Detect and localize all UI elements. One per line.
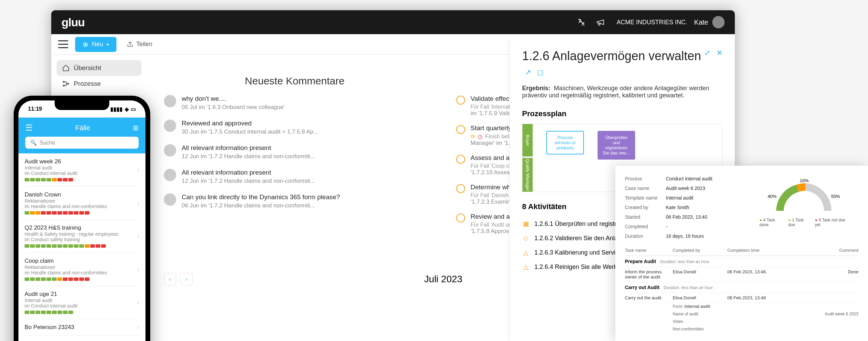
open-icon[interactable]: ↗ [525, 68, 531, 77]
share-label: Teilen [136, 41, 152, 48]
comment-avatar [164, 169, 176, 181]
case-subtitle: Internal audit [25, 165, 139, 170]
home-icon [62, 64, 70, 72]
case-list: Audit week 26 Internal audit im Conduct … [18, 153, 145, 336]
case-subtitle: Reklamationer [25, 264, 139, 270]
task-checkbox[interactable] [456, 155, 465, 164]
translate-icon[interactable] [574, 15, 588, 29]
svg-point-2 [68, 83, 69, 84]
comment-title: Can you link directly to the Dynamics 36… [182, 193, 340, 201]
detail-title: 1.2.6 Anlagevermögen verwalten ↗ ◻ [522, 49, 704, 78]
next-month-button[interactable]: › [180, 273, 193, 285]
avatar[interactable] [712, 16, 725, 28]
processplan-heading: Prozessplan [522, 109, 723, 118]
activity-icon: △ [522, 263, 530, 271]
plan-node-check[interactable]: Überprüfen und registrieren Sie das neu.… [598, 131, 635, 160]
case-title: Danish Crown [25, 191, 139, 198]
case-subtitle: im Conduct internal audit [25, 170, 139, 176]
chevron-down-icon: ▾ [107, 42, 109, 47]
case-item[interactable]: Audit week 26 Internal audit im Conduct … [25, 153, 139, 187]
expand-icon[interactable]: ⤢ [704, 49, 710, 57]
new-button[interactable]: ⊕ Neu ▾ [75, 37, 116, 52]
topbar: gluu ACME INDUSTRIES INC. Kate [51, 10, 735, 34]
close-icon[interactable]: ✕ [716, 49, 723, 57]
new-button-label: Neu [92, 41, 103, 48]
case-item[interactable]: Audit uge 21 Internal audit im Conduct i… [25, 286, 139, 319]
comment-avatar [164, 144, 176, 156]
progress-bar [25, 277, 139, 281]
comments-heading: Neueste Kommentare [164, 75, 425, 87]
comment-item[interactable]: All relevant information present 12 Jun … [164, 144, 425, 160]
chevron-right-icon: › [137, 200, 139, 207]
case-item[interactable]: Q2 2023 H&S training Health & Safety tra… [25, 220, 139, 253]
phone-mockup: 11:19 ▮▮▮▮ ◈ ▭ ☰ Fälle ⊞ 🔍 Suche Audit w… [14, 96, 150, 341]
case-title: Coop claim [25, 258, 139, 264]
share-icon [127, 41, 134, 48]
bookmark-icon[interactable]: ◻ [537, 68, 543, 77]
comment-avatar [164, 95, 176, 107]
comment-title: All relevant information present [182, 144, 315, 152]
progress-bar [25, 244, 139, 248]
table-row[interactable]: Carry out the audit Elisa Donell 06 Feb … [625, 293, 858, 303]
case-title: Q2 2023 H&S training [25, 224, 139, 231]
search-input[interactable]: 🔍 Suche [25, 137, 139, 149]
share-button[interactable]: Teilen [127, 41, 152, 48]
swim-lane-qm: Quality Manager [522, 158, 533, 192]
task-checkbox[interactable] [456, 125, 465, 134]
detail-result: Ergebnis: Maschinen, Werkzeuge oder ande… [522, 85, 723, 99]
comment-item[interactable]: Reviewed and approved 30 Jun im '1.7.5 C… [164, 120, 425, 135]
announcement-icon[interactable] [593, 15, 607, 29]
sidebar-label: Prozesse [74, 80, 101, 87]
case-subtitle: Internal audit [25, 298, 139, 303]
comment-title: why don't we.... [182, 95, 284, 103]
activity-icon: ◇ [522, 234, 530, 242]
case-subtitle: im Conduct internal audit [25, 303, 139, 309]
comment-title: All relevant information present [182, 169, 315, 176]
task-checkbox[interactable] [456, 96, 465, 105]
phone-header: ☰ Fälle ⊞ 🔍 Suche [18, 118, 145, 153]
comment-item[interactable]: Can you link directly to the Dynamics 36… [164, 193, 425, 209]
chevron-right-icon: › [137, 324, 139, 331]
battery-icon: ▭ [131, 106, 136, 112]
signal-icon: ▮▮▮▮ [110, 106, 123, 112]
case-subtitle: Reklamationer [25, 198, 139, 204]
svg-point-0 [63, 81, 65, 83]
chevron-right-icon: › [137, 233, 139, 240]
menu-toggle-icon[interactable] [58, 39, 68, 50]
wifi-icon: ◈ [125, 106, 129, 112]
report-section: Carry out AuditDuration: less than an ho… [625, 282, 858, 293]
phone-notch [55, 100, 109, 110]
progress-donut: 40% 10% 50% 4 Task done 1 Task due 5 Tas… [759, 180, 848, 227]
grid-icon[interactable]: ⊞ [133, 124, 139, 132]
phone-menu-icon[interactable]: ☰ [25, 123, 33, 133]
progress-bar [25, 211, 139, 215]
sidebar-item-overview[interactable]: Übersicht [57, 60, 141, 76]
progress-bar [25, 311, 139, 314]
org-name: ACME INDUSTRIES INC. [617, 19, 687, 26]
report-table-header: Task name Completed by Completion time C… [625, 245, 858, 256]
case-title: Audit week 26 [25, 158, 139, 165]
case-item[interactable]: Danish Crown Reklamationer im Handle cla… [25, 187, 139, 220]
comment-meta: 30 Jun im '1.7.5 Conduct internal audit … [182, 128, 318, 135]
case-item[interactable]: Bo Peterson 23243 › [25, 319, 139, 336]
user-name[interactable]: Kate [694, 18, 708, 26]
comment-avatar [164, 193, 176, 206]
comment-item[interactable]: All relevant information present 12 Jun … [164, 169, 425, 185]
task-checkbox[interactable] [456, 214, 465, 222]
case-title: Bo Peterson 23243 [25, 324, 139, 331]
case-title: Audit uge 21 [25, 291, 139, 298]
prev-month-button[interactable]: ‹ [164, 273, 176, 285]
comments-card: Neueste Kommentare why don't we.... 05 J… [154, 65, 436, 259]
tree-icon [62, 80, 70, 87]
comment-item[interactable]: why don't we.... 05 Jul im '1.6.3 Onboar… [164, 95, 425, 111]
comment-meta: 12 Jun im '1.7.2 Handle claims and non-c… [182, 178, 315, 185]
table-row[interactable]: Inform the process owner of the audit El… [625, 267, 858, 282]
plan-node-procure[interactable]: Procure services or products [546, 131, 584, 154]
sidebar-item-processes[interactable]: Prozesse [57, 76, 141, 92]
case-subtitle: Health & Safety training - regular emplo… [25, 231, 139, 237]
case-item[interactable]: Coop claim Reklamationer im Handle claim… [25, 253, 139, 286]
task-checkbox[interactable] [456, 184, 465, 193]
comment-meta: 06 Jun im '1.7.2 Handle claims and non-c… [182, 202, 340, 209]
case-subtitle: im Handle claims and non-conformities [25, 270, 139, 275]
report-section: Prepare AuditDuration: less than an hour [625, 256, 858, 267]
